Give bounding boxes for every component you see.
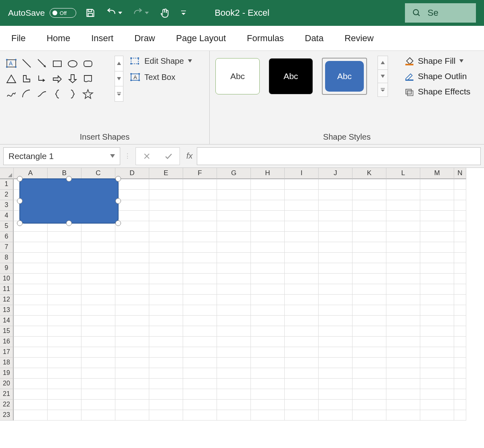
cell[interactable]: [217, 400, 251, 410]
touch-mode-button[interactable]: [159, 8, 170, 18]
cell[interactable]: [183, 358, 217, 368]
row-header[interactable]: 5: [0, 221, 14, 232]
cell[interactable]: [217, 284, 251, 295]
cell[interactable]: [353, 295, 386, 305]
resize-handle-bottom-left[interactable]: [17, 220, 23, 226]
cell[interactable]: [353, 337, 386, 347]
cell[interactable]: [285, 368, 319, 379]
cell[interactable]: [149, 368, 183, 379]
cell[interactable]: [353, 179, 386, 190]
cell[interactable]: [81, 305, 115, 316]
left-brace-icon[interactable]: [52, 88, 63, 100]
cell[interactable]: [14, 326, 48, 337]
row-header[interactable]: 18: [0, 358, 14, 368]
cell[interactable]: [454, 242, 466, 253]
cell[interactable]: [217, 263, 251, 274]
row-header[interactable]: 10: [0, 274, 14, 284]
text-box-shape-icon[interactable]: A: [6, 58, 17, 69]
cell[interactable]: [454, 347, 466, 358]
shape-fill-button[interactable]: Shape Fill: [404, 56, 470, 66]
cell[interactable]: [115, 305, 149, 316]
cell[interactable]: [48, 295, 81, 305]
row-header[interactable]: 22: [0, 400, 14, 410]
cell[interactable]: [183, 274, 217, 284]
cell[interactable]: [14, 358, 48, 368]
cell[interactable]: [149, 179, 183, 190]
cell[interactable]: [48, 337, 81, 347]
cell[interactable]: [319, 242, 353, 253]
row-header[interactable]: 7: [0, 242, 14, 253]
cell[interactable]: [251, 316, 285, 326]
cell[interactable]: [149, 305, 183, 316]
cell[interactable]: [319, 316, 353, 326]
cell[interactable]: [149, 316, 183, 326]
cell[interactable]: [48, 400, 81, 410]
cell[interactable]: [81, 400, 115, 410]
cell[interactable]: [217, 179, 251, 190]
cell[interactable]: [14, 253, 48, 263]
cell[interactable]: [285, 179, 319, 190]
cell[interactable]: [420, 326, 454, 337]
cell[interactable]: [353, 284, 386, 295]
cell[interactable]: [115, 400, 149, 410]
column-header[interactable]: B: [48, 168, 81, 179]
cell[interactable]: [285, 232, 319, 242]
cell[interactable]: [217, 274, 251, 284]
row-header[interactable]: 21: [0, 389, 14, 400]
cell[interactable]: [353, 232, 386, 242]
cell[interactable]: [48, 274, 81, 284]
cell[interactable]: [386, 295, 420, 305]
cell[interactable]: [115, 284, 149, 295]
cell[interactable]: [285, 347, 319, 358]
cell[interactable]: [420, 379, 454, 389]
cell[interactable]: [319, 358, 353, 368]
selected-shape-rectangle[interactable]: [19, 178, 119, 224]
cell[interactable]: [217, 358, 251, 368]
cell[interactable]: [319, 389, 353, 400]
cell[interactable]: [319, 305, 353, 316]
column-header[interactable]: H: [251, 168, 285, 179]
cell[interactable]: [319, 400, 353, 410]
cell[interactable]: [420, 368, 454, 379]
cell[interactable]: [81, 263, 115, 274]
cell[interactable]: [454, 295, 466, 305]
resize-handle-middle-left[interactable]: [17, 198, 23, 204]
star-icon[interactable]: [82, 88, 94, 100]
cell[interactable]: [48, 305, 81, 316]
cell[interactable]: [81, 389, 115, 400]
column-header[interactable]: K: [353, 168, 386, 179]
row-header[interactable]: 6: [0, 232, 14, 242]
cell[interactable]: [115, 410, 149, 421]
cell[interactable]: [48, 358, 81, 368]
column-header[interactable]: J: [319, 168, 353, 179]
cell[interactable]: [386, 337, 420, 347]
cell[interactable]: [115, 179, 149, 190]
cell[interactable]: [149, 410, 183, 421]
cell[interactable]: [115, 326, 149, 337]
cell[interactable]: [420, 274, 454, 284]
cell[interactable]: [285, 200, 319, 211]
select-all-corner[interactable]: [0, 168, 14, 179]
cell[interactable]: [454, 389, 466, 400]
cell[interactable]: [48, 347, 81, 358]
cell[interactable]: [48, 253, 81, 263]
cell[interactable]: [454, 410, 466, 421]
cell[interactable]: [319, 263, 353, 274]
cell[interactable]: [386, 379, 420, 389]
cell[interactable]: [454, 305, 466, 316]
cell[interactable]: [285, 274, 319, 284]
fx-label[interactable]: fx: [186, 151, 193, 161]
cell[interactable]: [14, 232, 48, 242]
cell[interactable]: [420, 410, 454, 421]
cancel-formula-button[interactable]: [143, 152, 151, 160]
cell[interactable]: [353, 389, 386, 400]
cell[interactable]: [149, 358, 183, 368]
cell[interactable]: [285, 326, 319, 337]
cell[interactable]: [115, 232, 149, 242]
cell[interactable]: [319, 211, 353, 221]
cell[interactable]: [149, 347, 183, 358]
tab-draw[interactable]: Draw: [134, 33, 155, 44]
cell[interactable]: [183, 221, 217, 232]
cell[interactable]: [115, 211, 149, 221]
cell[interactable]: [251, 295, 285, 305]
